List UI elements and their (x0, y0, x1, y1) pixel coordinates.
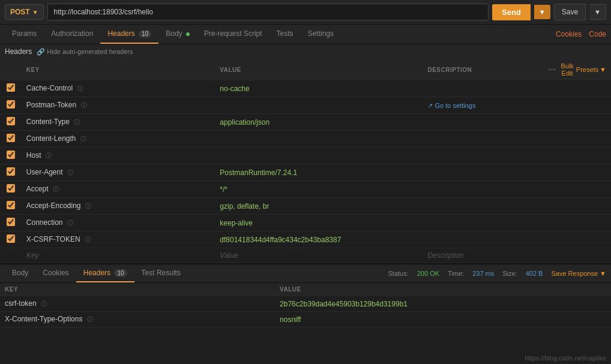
code-link[interactable]: Code (589, 30, 606, 38)
row-checkbox[interactable] (7, 100, 15, 109)
url-input[interactable] (47, 4, 489, 20)
table-row: User-Agent ⓘ PostmanRuntime/7.24.1 (0, 164, 611, 181)
row-checkbox[interactable] (7, 117, 15, 125)
row-description (423, 80, 541, 97)
resp-tab-headers[interactable]: Headers 10 (76, 264, 134, 282)
row-actions (541, 131, 611, 148)
send-button[interactable]: Send (492, 4, 531, 20)
send-dropdown-button[interactable]: ▼ (534, 5, 550, 19)
info-icon[interactable]: ⓘ (67, 169, 73, 176)
row-actions (541, 97, 611, 114)
row-description (423, 114, 541, 131)
time-value: 237 ms (472, 270, 494, 277)
tab-tests[interactable]: Tests (269, 25, 301, 44)
resp-tab-cookies[interactable]: Cookies (35, 264, 76, 282)
row-value (215, 131, 423, 148)
row-key: Host ⓘ (22, 148, 215, 164)
save-response-button[interactable]: Save Response ▼ (551, 270, 606, 277)
row-checkbox[interactable] (7, 151, 15, 159)
row-checkbox-cell (0, 215, 22, 231)
tab-authorization[interactable]: Authorization (44, 25, 100, 44)
hide-autogen-button[interactable]: 🔗 Hide auto-generated headers (37, 48, 133, 56)
size-label: Size: (502, 270, 517, 277)
resp-col-key-header: KEY (0, 283, 275, 296)
resp-info-icon[interactable]: ⓘ (87, 316, 93, 323)
tab-pre-request[interactable]: Pre-request Script (197, 25, 269, 44)
row-key: Accept-Encoding ⓘ (22, 198, 215, 215)
empty-actions (541, 248, 611, 263)
col-desc-header: DESCRIPTION (423, 59, 541, 80)
url-bar: POST ▼ Send ▼ Save ▼ (0, 0, 611, 25)
resp-info-icon[interactable]: ⓘ (41, 300, 47, 307)
row-checkbox[interactable] (7, 167, 15, 176)
presets-button[interactable]: Presets ▼ (576, 66, 606, 73)
row-checkbox[interactable] (7, 83, 15, 92)
row-actions (541, 148, 611, 164)
table-row: Content-Type ⓘ application/json (0, 114, 611, 131)
empty-desc[interactable]: Description (423, 248, 541, 263)
table-row: Host ⓘ (0, 148, 611, 164)
info-icon[interactable]: ⓘ (85, 236, 91, 243)
headers-badge: 10 (139, 30, 151, 38)
resp-tab-test-results[interactable]: Test Results (134, 264, 188, 282)
req-tabs-right: Cookies Code (556, 30, 606, 38)
resp-col-value-header: VALUE (275, 283, 611, 296)
row-value: application/json (215, 114, 423, 131)
empty-key[interactable]: Key (22, 248, 215, 263)
row-checkbox-cell (0, 97, 22, 114)
tab-settings[interactable]: Settings (301, 25, 341, 44)
tab-headers[interactable]: Headers 10 (100, 25, 158, 44)
table-row: Cache-Control ⓘ no-cache (0, 80, 611, 97)
cookies-link[interactable]: Cookies (556, 30, 582, 38)
row-checkbox[interactable] (7, 184, 15, 192)
row-checkbox-cell (0, 181, 22, 198)
row-checkbox[interactable] (7, 134, 15, 142)
row-value (215, 97, 423, 114)
headers-section-title: Headers (5, 47, 32, 56)
row-key: Content-Length ⓘ (22, 131, 215, 148)
method-arrow-icon: ▼ (32, 9, 38, 16)
row-description (423, 198, 541, 215)
row-checkbox[interactable] (7, 201, 15, 209)
headers-toolbar: Headers 🔗 Hide auto-generated headers (0, 44, 611, 59)
response-headers-table: KEY VALUE csrf-token ⓘ 2b76c2b39dad4e459… (0, 283, 611, 327)
bulk-edit-button[interactable]: Bulk Edit (561, 62, 573, 77)
row-checkbox-cell (0, 164, 22, 181)
resp-tab-body[interactable]: Body (5, 264, 35, 282)
more-options-button[interactable]: ··· (546, 65, 558, 74)
resp-table-row: X-Content-Type-Options ⓘ nosniff (0, 312, 611, 327)
save-dropdown-button[interactable]: ▼ (589, 4, 606, 20)
headers-table-container: KEY VALUE DESCRIPTION ··· Bulk Edit Pres… (0, 59, 611, 263)
row-key: Cache-Control ⓘ (22, 80, 215, 97)
table-row: Accept ⓘ */* (0, 181, 611, 198)
info-icon[interactable]: ⓘ (80, 136, 86, 142)
row-value: gzip, deflate, br (215, 198, 423, 215)
method-select[interactable]: POST ▼ (5, 4, 44, 20)
save-button[interactable]: Save (554, 4, 586, 20)
row-value: keep-alive (215, 215, 423, 231)
row-checkbox-cell (0, 131, 22, 148)
tab-params[interactable]: Params (5, 25, 44, 44)
info-icon[interactable]: ⓘ (85, 203, 91, 209)
info-icon[interactable]: ⓘ (77, 85, 83, 92)
info-icon[interactable]: ⓘ (81, 102, 87, 109)
go-to-settings-link[interactable]: ↗ Go to settings (427, 102, 475, 109)
info-icon[interactable]: ⓘ (46, 152, 52, 159)
row-actions (541, 164, 611, 181)
response-meta: Status: 200 OK Time: 237 ms Size: 402 B … (388, 270, 606, 277)
row-key: Postman-Token ⓘ (22, 97, 215, 114)
col-key-header: KEY (22, 59, 215, 80)
method-label: POST (10, 8, 30, 16)
info-icon[interactable]: ⓘ (67, 219, 73, 226)
row-checkbox[interactable] (7, 234, 15, 243)
row-checkbox-cell (0, 114, 22, 131)
row-description (423, 131, 541, 148)
watermark: https://blog.csdn.net/caplike (525, 354, 606, 362)
info-icon[interactable]: ⓘ (74, 119, 80, 125)
empty-value[interactable]: Value (215, 248, 423, 263)
row-checkbox[interactable] (7, 218, 15, 226)
tab-body[interactable]: Body (158, 25, 197, 44)
resp-table-row: csrf-token ⓘ 2b76c2b39dad4e45903b129b4d3… (0, 296, 611, 312)
table-row: Connection ⓘ keep-alive (0, 215, 611, 231)
info-icon[interactable]: ⓘ (53, 186, 59, 192)
